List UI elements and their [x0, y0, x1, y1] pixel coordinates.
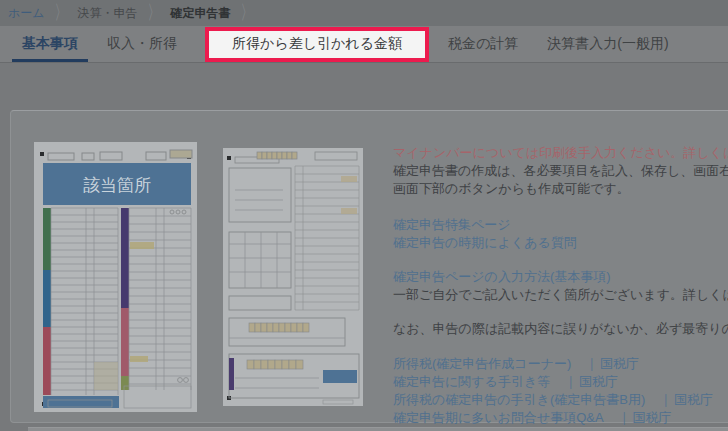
link-qa-common-inquiries[interactable]: 確定申告期に多いお問合せ事項Q&A	[393, 409, 604, 427]
help-text-column: マイナンバーについては印刷後手入力ください。詳しくはこちら 確定申告書の作成は、…	[393, 111, 728, 424]
breadcrumb-chevron-icon: 〉	[241, 0, 254, 27]
creation-instructions-line2: 画面下部のボタンからも作成可能です。	[393, 180, 630, 198]
tab-financial-statements[interactable]: 決算書入力(一般用)	[537, 26, 678, 62]
tab-tax-calculation[interactable]: 税金の計算	[438, 26, 528, 62]
external-link-row: 所得税の確定申告の手引き(確定申告書B用) ｜ 国税庁	[393, 391, 713, 409]
tax-form-preview-page2	[223, 148, 363, 406]
link-tax-return-guides[interactable]: 確定申告に関する手引き等	[393, 373, 550, 391]
link-source-nta[interactable]: 国税庁	[674, 391, 713, 409]
breadcrumb: ホーム 〉 決算・申告 〉 確定申告書 〉	[0, 0, 728, 26]
link-faq-tax-season[interactable]: 確定申告の時期によくある質問	[393, 234, 577, 252]
breadcrumb-chevron-icon: 〉	[148, 0, 161, 27]
breadcrumb-chevron-icon: 〉	[55, 0, 68, 27]
creation-instructions-line1: 確定申告書の作成は、各必要項目を記入、保存し、画面右上の	[393, 162, 728, 180]
breadcrumb-current-page: 確定申告書	[171, 5, 231, 22]
link-input-guide-basic[interactable]: 確定申告ページの入力方法(基本事項)	[393, 268, 611, 286]
mynumber-notice: マイナンバーについては印刷後手入力ください。詳しくはこちら	[393, 144, 728, 162]
link-divider: ｜	[618, 409, 631, 427]
form-highlight-overlay: 該当箇所	[43, 163, 191, 205]
external-link-row: 所得税(確定申告作成コーナー) ｜ 国税庁	[393, 355, 639, 373]
link-divider: ｜	[585, 355, 598, 373]
external-link-row: 確定申告に関する手引き等 ｜ 国税庁	[393, 373, 618, 391]
link-divider: ｜	[659, 391, 672, 409]
tab-highlight-box: 所得から差し引かれる金額	[205, 27, 429, 62]
tax-return-page: ホーム 〉 決算・申告 〉 確定申告書 〉 基本事項 収入・所得 所得から差し引…	[0, 0, 728, 431]
link-divider: ｜	[564, 373, 577, 391]
link-source-nta[interactable]: 国税庁	[632, 409, 671, 427]
link-source-nta[interactable]: 国税庁	[579, 373, 618, 391]
tab-income[interactable]: 収入・所得	[97, 26, 187, 62]
breadcrumb-home-link[interactable]: ホーム	[8, 5, 45, 22]
link-tax-return-special-page[interactable]: 確定申告特集ページ	[393, 216, 511, 234]
next-section-edge	[28, 427, 728, 431]
form-highlight-overlay-label: 該当箇所	[83, 176, 151, 195]
tab-bar: 基本事項 収入・所得 所得から差し引かれる金額 税金の計算 決算書入力(一般用)	[0, 26, 728, 63]
breadcrumb-settlement-link[interactable]: 決算・申告	[78, 5, 138, 22]
link-form-b-guide[interactable]: 所得税の確定申告の手引き(確定申告書B用)	[393, 391, 645, 409]
external-link-row: 確定申告期に多いお問合せ事項Q&A ｜ 国税庁	[393, 409, 671, 427]
verification-note: なお、申告の際は記載内容に誤りがないか、必ず最寄りの税務署	[393, 320, 728, 338]
tax-form-preview-page1: 該当箇所	[34, 142, 197, 412]
content-panel: 該当箇所	[10, 110, 728, 423]
tab-deductions[interactable]: 所得から差し引かれる金額	[209, 31, 425, 58]
tab-basic-info[interactable]: 基本事項	[12, 26, 88, 62]
link-income-tax-corner[interactable]: 所得税(確定申告作成コーナー)	[393, 355, 571, 373]
input-guide-description: 一部ご自分でご記入いただく箇所がございます。詳しくはこちら	[393, 286, 728, 304]
link-source-nta[interactable]: 国税庁	[600, 355, 639, 373]
